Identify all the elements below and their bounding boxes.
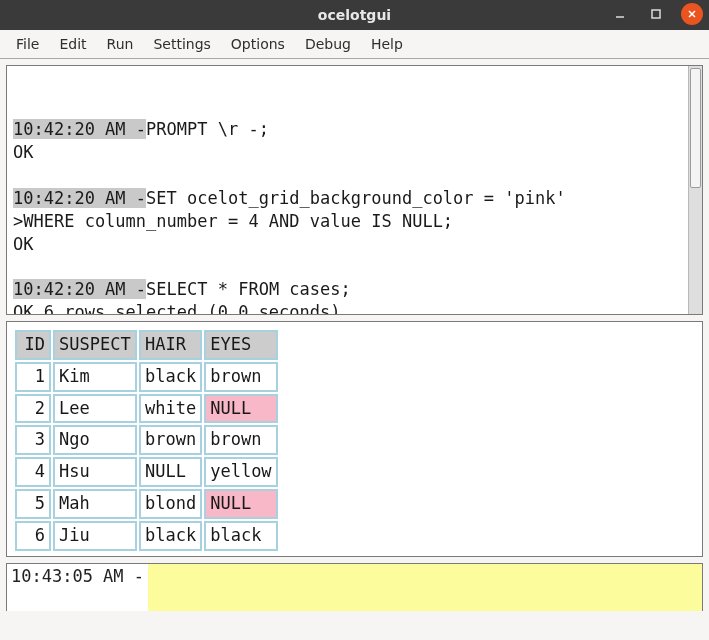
table-row: 2LeewhiteNULL: [15, 394, 278, 424]
scrollbar-thumb[interactable]: [690, 68, 701, 188]
menu-run[interactable]: Run: [97, 32, 144, 56]
cell-eyes[interactable]: yellow: [204, 457, 277, 487]
menu-settings[interactable]: Settings: [143, 32, 220, 56]
cell-id[interactable]: 3: [15, 425, 51, 455]
maximize-button[interactable]: [645, 3, 667, 25]
cell-hair[interactable]: NULL: [139, 457, 202, 487]
cell-id[interactable]: 5: [15, 489, 51, 519]
cell-hair[interactable]: white: [139, 394, 202, 424]
sql-input[interactable]: [148, 564, 702, 611]
grid-header-row: ID SUSPECT HAIR EYES: [15, 330, 278, 360]
svg-rect-1: [652, 10, 660, 18]
timestamp: 10:42:20 AM -: [13, 119, 146, 139]
history-cmd: SET ocelot_grid_background_color = 'pink…: [146, 188, 566, 208]
cell-suspect[interactable]: Kim: [53, 362, 137, 392]
history-cmd: PROMPT \r -;: [146, 119, 269, 139]
window-controls: [609, 3, 703, 25]
table-row: 1Kimblackbrown: [15, 362, 278, 392]
history-pane[interactable]: 10:42:20 AM -PROMPT \r -; OK 10:42:20 AM…: [6, 65, 703, 315]
timestamp: 10:42:20 AM -: [13, 279, 146, 299]
cell-id[interactable]: 2: [15, 394, 51, 424]
cell-id[interactable]: 1: [15, 362, 51, 392]
result-grid: ID SUSPECT HAIR EYES 1Kimblackbrown2Leew…: [13, 328, 280, 553]
result-grid-pane: ID SUSPECT HAIR EYES 1Kimblackbrown2Leew…: [6, 321, 703, 557]
history-cont: >WHERE column_number = 4 AND value IS NU…: [13, 211, 453, 231]
cell-eyes[interactable]: NULL: [204, 489, 277, 519]
cell-suspect[interactable]: Mah: [53, 489, 137, 519]
menu-file[interactable]: File: [6, 32, 49, 56]
history-cmd: SELECT * FROM cases;: [146, 279, 351, 299]
col-header-hair[interactable]: HAIR: [139, 330, 202, 360]
cell-id[interactable]: 4: [15, 457, 51, 487]
table-row: 4HsuNULLyellow: [15, 457, 278, 487]
col-header-eyes[interactable]: EYES: [204, 330, 277, 360]
close-button[interactable]: [681, 3, 703, 25]
cell-suspect[interactable]: Jiu: [53, 521, 137, 551]
menu-help[interactable]: Help: [361, 32, 413, 56]
minimize-button[interactable]: [609, 3, 631, 25]
cell-eyes[interactable]: brown: [204, 425, 277, 455]
col-header-suspect[interactable]: SUSPECT: [53, 330, 137, 360]
prompt-pane: 10:43:05 AM -: [6, 563, 703, 611]
titlebar: ocelotgui: [0, 0, 709, 30]
minimize-icon: [614, 8, 626, 20]
scrollbar-track[interactable]: [688, 66, 702, 314]
cell-eyes[interactable]: NULL: [204, 394, 277, 424]
history-result: OK 6 rows selected (0.0 seconds): [13, 302, 341, 315]
cell-eyes[interactable]: brown: [204, 362, 277, 392]
cell-hair[interactable]: black: [139, 521, 202, 551]
cell-suspect[interactable]: Hsu: [53, 457, 137, 487]
maximize-icon: [650, 8, 662, 20]
timestamp: 10:42:20 AM -: [13, 188, 146, 208]
cell-suspect[interactable]: Lee: [53, 394, 137, 424]
window-title: ocelotgui: [318, 7, 391, 23]
close-icon: [686, 8, 698, 20]
cell-hair[interactable]: blond: [139, 489, 202, 519]
col-header-id[interactable]: ID: [15, 330, 51, 360]
history-line: 10:42:20 AM -PROMPT \r -; OK 10:42:20 AM…: [13, 95, 688, 315]
cell-hair[interactable]: black: [139, 362, 202, 392]
menu-debug[interactable]: Debug: [295, 32, 361, 56]
table-row: 5MahblondNULL: [15, 489, 278, 519]
content-area: 10:42:20 AM -PROMPT \r -; OK 10:42:20 AM…: [0, 59, 709, 617]
table-row: 3Ngobrownbrown: [15, 425, 278, 455]
history-result: OK: [13, 234, 33, 254]
history-result: OK: [13, 142, 33, 162]
menubar: File Edit Run Settings Options Debug Hel…: [0, 30, 709, 59]
prompt-timestamp: 10:43:05 AM -: [7, 564, 148, 611]
cell-id[interactable]: 6: [15, 521, 51, 551]
cell-hair[interactable]: brown: [139, 425, 202, 455]
table-row: 6Jiublackblack: [15, 521, 278, 551]
menu-options[interactable]: Options: [221, 32, 295, 56]
cell-eyes[interactable]: black: [204, 521, 277, 551]
menu-edit[interactable]: Edit: [49, 32, 96, 56]
cell-suspect[interactable]: Ngo: [53, 425, 137, 455]
